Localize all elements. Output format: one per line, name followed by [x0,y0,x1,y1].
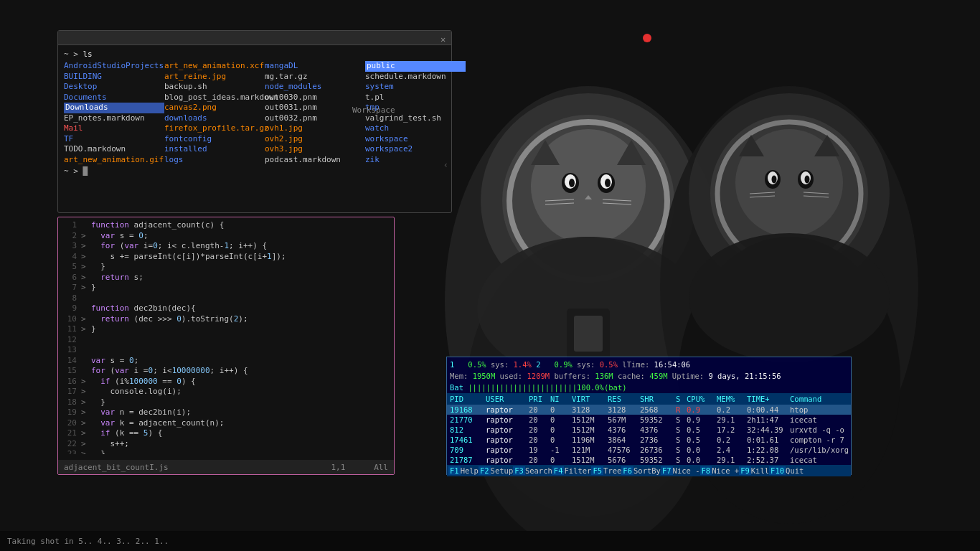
ls-item: mangaDL [265,61,365,72]
col-cpu: CPU% [687,394,717,404]
svg-point-32 [805,176,810,184]
ls-item: EP_notes.markdown [64,113,164,124]
ls-item: node_modules [265,82,365,93]
htop-content: 1 0.5% sys: 1.4% 2 0.9% sys: 0.5% lTime:… [447,357,851,478]
code-line-15: 15 for (var i =0; i<10000000; i++) { [58,366,394,377]
shell-prompt: ~ > [64,50,83,59]
ls-item: t.pl [365,93,466,103]
editor-window[interactable]: 1 function adjacent_count(c) { 2 > var s… [57,217,395,475]
ls-item: blog_post_ideas.markdown [164,93,265,103]
htop-process-row[interactable]: 709 raptor 19 -1 121M 47576 26736 S 0.0 … [447,445,851,455]
ls-item: fontconfig [164,134,265,145]
editor-position: 1,1 All [331,463,389,472]
col-pri: PRI [529,394,550,404]
code-line-19: 19 > var n = dec2bin(i); [58,408,394,418]
col-ni: NI [550,394,572,404]
code-line-2: 2 > var s = 0; [58,231,394,242]
shell-command: ls [83,50,93,59]
htop-column-headers: PID USER PRI NI VIRT RES SHR S CPU% MEM%… [447,393,851,405]
ls-item: ovh2.jpg [265,134,365,145]
code-line-21: 21 > if (k == 5) { [58,428,394,439]
close-icon[interactable]: ✕ [440,34,448,42]
ls-item: logs [164,155,265,166]
ls-item-selected: Downloads [64,103,164,113]
ls-item: TODO.markdown [64,144,164,155]
col-cmd: Command [790,394,848,404]
ls-item: zik [365,155,466,166]
shell-prompt-2: ~ > [64,166,83,176]
cpu1-label: 1 [450,360,454,369]
code-line-22: 22 > s++; [58,439,394,450]
htop-process-row[interactable]: 21770 raptor 20 0 1512M 567M 59352 S 0.9… [447,415,851,425]
code-line-4: 4 > s += parseInt(c[i])*parseInt(c[i+1])… [58,252,394,263]
col-user: USER [486,394,529,404]
cursor: █ [83,166,88,176]
code-line-9: 9 function dec2bin(dec){ [58,303,394,314]
ls-item: canvas2.png [164,103,265,113]
ls-item: firefox_profile.tar.gz [164,123,265,134]
cpu2-label: 2 [536,360,540,369]
code-line-20: 20 > var k = adjacent_count(n); [58,418,394,429]
ls-col-2: art_new_animation.xcf art_reine.jpg back… [164,61,265,165]
col-time: TIME+ [747,394,790,404]
code-line-17: 17 > console.log(i); [58,387,394,397]
ls-item: podcast.markdown [265,155,365,166]
code-line-7: 7 > } [58,283,394,293]
ls-item: art_reine.jpg [164,72,265,83]
col-mem: MEM% [717,394,747,404]
code-line-14: 14 var s = 0; [58,356,394,367]
ls-col-1: AndroidStudioProjects BUILDING Desktop D… [64,61,164,165]
ls-item: TF [64,134,164,145]
ls-item: ovh1.jpg [265,123,365,134]
ls-col-3: mangaDL mg.tar.gz node_modules out0030.p… [265,61,365,165]
ls-item: backup.sh [164,82,265,93]
col-s: S [676,394,687,404]
workspace-label: Workspace [352,105,395,115]
editor-content: 1 function adjacent_count(c) { 2 > var s… [58,217,394,454]
code-line-1: 1 function adjacent_count(c) { [58,220,394,231]
col-virt: VIRT [572,394,608,404]
terminal-titlebar: ✕ [58,31,451,45]
code-line-12: 12 [58,335,394,346]
editor-filename: adjacent_bit_countI.js [64,463,169,472]
code-line-18: 18 > } [58,397,394,408]
ls-item: mg.tar.gz [265,72,365,83]
ls-item: AndroidStudioProjects [64,61,164,72]
htop-process-row[interactable]: 21787 raptor 20 0 1512M 5676 59352 S 0.0… [447,455,851,465]
ls-item: out0031.pnm [265,103,365,113]
svg-point-31 [772,176,777,184]
ls-item: installed [164,144,265,155]
col-pid: PID [450,394,486,404]
htop-footer: F1Help F2Setup F3Search F4Filter F5Tree … [447,465,851,476]
code-line-13: 13 [58,345,394,356]
ls-item: schedule.markdown [365,72,466,83]
code-line-11: 11 > } [58,324,394,335]
code-line-23: 23 > } [58,449,394,454]
svg-point-10 [605,179,611,187]
red-dot-indicator [643,34,651,42]
code-line-10: 10 > return (dec >>> 0).toString(2); [58,314,394,325]
svg-point-9 [569,179,575,187]
htop-sys-stats: 1 0.5% sys: 1.4% 2 0.9% sys: 0.5% lTime:… [447,359,851,370]
htop-process-row[interactable]: 812 raptor 20 0 1512M 4376 4376 S 0.5 17… [447,425,851,435]
editor-statusbar: adjacent_bit_countI.js 1,1 All [58,460,394,474]
ls-item: workspace2 [365,144,466,155]
ls-item: out0032.pnm [265,113,365,124]
col-res: RES [608,394,640,404]
ls-item: ovh3.jpg [265,144,365,155]
cpu1-sys-pct: 1.4% [514,360,532,369]
ls-item: Mail [64,123,164,134]
ls-item: art_new_animation.gif [64,155,164,166]
code-line-3: 3 > for (var i=0; i< c.length-1; i++) { [58,241,394,252]
ls-item: workspace [365,134,466,145]
ls-item: Desktop [64,82,164,93]
cpu2-sys-pct: 0.5% [600,360,618,369]
htop-process-row[interactable]: 19168 raptor 20 0 3128 3128 2568 R 0.9 0… [447,405,851,415]
svg-rect-22 [574,316,603,352]
cpu2-pct: 0.9% [554,360,572,369]
terminal-window-top: ✕ ~ > ls AndroidStudioProjects BUILDING … [57,30,452,213]
code-line-6: 6 > return s; [58,273,394,283]
svg-point-41 [689,233,890,362]
htop-process-row[interactable]: 17461 raptor 20 0 1196M 3864 2736 S 0.5 … [447,435,851,445]
ls-item: downloads [164,113,265,124]
